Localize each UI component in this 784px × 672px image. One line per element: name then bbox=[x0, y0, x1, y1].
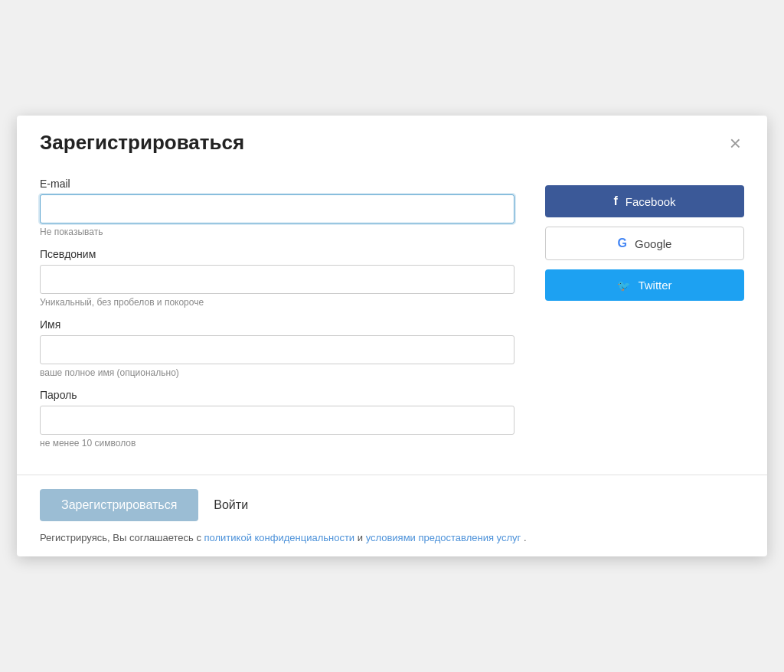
social-section: f Facebook G Google 🐦 Twitter bbox=[545, 178, 744, 459]
footer-actions: Зарегистрироваться Войти bbox=[40, 489, 744, 521]
modal-header: Зарегистрироваться × bbox=[17, 116, 767, 162]
google-button[interactable]: G Google bbox=[545, 227, 744, 260]
login-button[interactable]: Войти bbox=[214, 498, 248, 512]
twitter-icon: 🐦 bbox=[617, 279, 630, 292]
username-input[interactable] bbox=[40, 265, 514, 294]
email-group: E-mail Не показывать bbox=[40, 178, 514, 237]
username-group: Псевдоним Уникальный, без пробелов и пок… bbox=[40, 248, 514, 308]
password-group: Пароль не менее 10 символов bbox=[40, 389, 514, 449]
close-button[interactable]: × bbox=[727, 133, 744, 153]
register-button[interactable]: Зарегистрироваться bbox=[40, 489, 198, 521]
terms-suffix: . bbox=[524, 532, 527, 543]
terms-and: и bbox=[358, 532, 366, 543]
terms-text: Регистрируясь, Вы соглашаетесь с политик… bbox=[40, 530, 744, 546]
google-icon: G bbox=[618, 237, 627, 250]
facebook-icon: f bbox=[613, 194, 617, 208]
password-input[interactable] bbox=[40, 406, 514, 435]
twitter-label: Twitter bbox=[638, 279, 671, 292]
facebook-label: Facebook bbox=[626, 195, 676, 208]
email-label: E-mail bbox=[40, 178, 514, 190]
terms-prefix: Регистрируясь, Вы соглашаетесь с bbox=[40, 532, 204, 543]
modal-body: E-mail Не показывать Псевдоним Уникальны… bbox=[17, 162, 767, 475]
email-hint: Не показывать bbox=[40, 227, 514, 237]
name-hint: ваше полное имя (опционально) bbox=[40, 367, 514, 378]
password-hint: не менее 10 символов bbox=[40, 438, 514, 449]
facebook-button[interactable]: f Facebook bbox=[545, 185, 744, 217]
registration-modal: Зарегистрироваться × E-mail Не показыват… bbox=[17, 116, 767, 556]
privacy-policy-link[interactable]: политикой конфиденциальности bbox=[204, 532, 355, 543]
name-label: Имя bbox=[40, 318, 514, 331]
form-section: E-mail Не показывать Псевдоним Уникальны… bbox=[40, 178, 514, 459]
password-label: Пароль bbox=[40, 389, 514, 401]
username-label: Псевдоним bbox=[40, 248, 514, 260]
email-input[interactable] bbox=[40, 194, 514, 223]
name-group: Имя ваше полное имя (опционально) bbox=[40, 318, 514, 378]
name-input[interactable] bbox=[40, 335, 514, 364]
terms-of-service-link[interactable]: условиями предоставления услуг bbox=[366, 532, 521, 543]
modal-footer: Зарегистрироваться Войти Регистрируясь, … bbox=[17, 475, 767, 556]
google-label: Google bbox=[635, 237, 671, 250]
modal-title: Зарегистрироваться bbox=[40, 131, 244, 155]
twitter-button[interactable]: 🐦 Twitter bbox=[545, 269, 744, 301]
username-hint: Уникальный, без пробелов и покороче bbox=[40, 297, 514, 308]
